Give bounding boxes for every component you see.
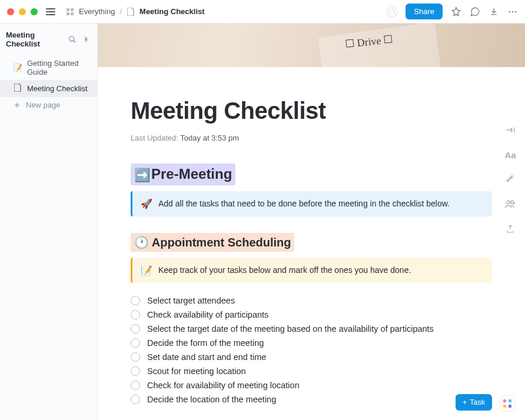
document-icon: [13, 84, 22, 94]
checklist-item-label: Check availability of participants: [147, 310, 268, 319]
svg-rect-12: [503, 405, 506, 408]
callout-text: Keep track of your tasks below and mark …: [158, 265, 411, 275]
collapse-sidebar-icon[interactable]: [82, 35, 91, 44]
target-icon[interactable]: [387, 6, 397, 17]
checkbox-icon[interactable]: [131, 352, 140, 362]
sidebar-item-meeting-checklist[interactable]: Meeting Checklist: [0, 80, 97, 97]
checklist-item-label: Decide the form of the meeting: [147, 338, 264, 348]
checklist-item[interactable]: Check availability of participants: [131, 310, 492, 319]
svg-rect-11: [509, 399, 511, 402]
svg-point-6: [515, 11, 517, 12]
svg-rect-3: [71, 12, 74, 15]
star-icon[interactable]: [451, 6, 461, 17]
svg-rect-1: [71, 8, 74, 11]
app-launcher-icon[interactable]: [499, 395, 516, 412]
svg-point-7: [69, 36, 74, 41]
last-updated-value: Today at 3:53 pm: [180, 134, 239, 142]
callout-text: Add all the tasks that need to be done b…: [158, 199, 450, 208]
checklist-item[interactable]: Scout for meeting location: [131, 366, 492, 376]
scheduling-callout[interactable]: 📝 Keep track of your tasks below and mar…: [131, 258, 492, 283]
checkbox-icon[interactable]: [131, 338, 140, 348]
magic-wand-icon[interactable]: [504, 173, 517, 186]
scheduling-section: 🕐 Appointment Scheduling 📝 Keep track of…: [131, 233, 492, 404]
page-title[interactable]: Meeting Checklist: [131, 98, 492, 124]
more-icon[interactable]: [507, 6, 518, 17]
svg-rect-0: [67, 8, 69, 11]
checklist-item[interactable]: Select target attendees: [131, 296, 492, 305]
checklist-item[interactable]: Check for availability of meeting locati…: [131, 381, 492, 390]
sidebar-title: Meeting Checklist: [6, 31, 63, 48]
checkbox-icon[interactable]: [131, 296, 140, 305]
breadcrumb-separator: /: [119, 7, 122, 16]
maximize-window-icon[interactable]: [31, 8, 38, 15]
memo-icon: 📝: [141, 265, 152, 276]
menu-toggle-icon[interactable]: [46, 7, 55, 16]
new-page-label: New page: [26, 101, 61, 109]
checkbox-icon[interactable]: [131, 381, 140, 390]
checklist-item[interactable]: Set date and start and end time: [131, 352, 492, 362]
share-button[interactable]: Share: [406, 4, 443, 19]
people-icon[interactable]: [504, 198, 517, 211]
breadcrumb: Everything / Meeting Checklist: [66, 7, 205, 16]
export-icon[interactable]: [504, 222, 517, 235]
checklist-item-label: Set date and start and end time: [147, 352, 266, 362]
expand-icon[interactable]: [504, 124, 517, 136]
plus-icon: +: [13, 101, 21, 109]
checklist-item[interactable]: Select the target date of the meeting ba…: [131, 324, 492, 334]
svg-point-4: [509, 11, 510, 12]
svg-rect-13: [509, 405, 511, 408]
breadcrumb-root[interactable]: Everything: [79, 7, 115, 16]
search-icon[interactable]: [68, 35, 77, 44]
breadcrumb-current[interactable]: Meeting Checklist: [139, 7, 205, 16]
pre-meeting-heading[interactable]: ➡️Pre-Meeting: [131, 164, 235, 185]
sidebar-item-label: Getting Started Guide: [27, 59, 91, 76]
font-icon[interactable]: Aa: [504, 148, 517, 161]
checkbox-icon[interactable]: [131, 366, 140, 376]
sidebar-item-label: Meeting Checklist: [27, 84, 88, 93]
memo-icon: 📝: [13, 64, 22, 72]
checklist-item[interactable]: Decide the location of the meeting: [131, 395, 492, 404]
svg-point-9: [511, 201, 514, 204]
sidebar-item-getting-started[interactable]: 📝 Getting Started Guide: [0, 55, 97, 80]
window-controls: [7, 8, 38, 15]
new-page-button[interactable]: + New page: [0, 97, 97, 113]
pre-meeting-callout[interactable]: 🚀 Add all the tasks that need to be done…: [131, 191, 492, 216]
scheduling-heading[interactable]: 🕐 Appointment Scheduling: [131, 233, 294, 252]
checklist-item[interactable]: Decide the form of the meeting: [131, 338, 492, 348]
checklist-item-label: Decide the location of the meeting: [147, 395, 276, 404]
checklist-item-label: Check for availability of meeting locati…: [147, 381, 300, 390]
checklist-item-label: Select target attendees: [147, 296, 235, 305]
last-updated: Last Updated: Today at 3:53 pm: [131, 134, 492, 142]
arrow-right-icon: ➡️: [134, 168, 150, 182]
titlebar: Everything / Meeting Checklist Share: [0, 0, 525, 24]
clock-icon: 🕐: [134, 236, 149, 249]
checkbox-icon[interactable]: [131, 324, 140, 334]
grid-icon: [66, 8, 74, 16]
pre-meeting-section: ➡️Pre-Meeting 🚀 Add all the tasks that n…: [131, 164, 492, 216]
svg-rect-10: [503, 399, 506, 402]
svg-point-5: [512, 11, 514, 12]
svg-point-8: [507, 201, 510, 204]
right-rail: Aa: [504, 124, 517, 235]
sidebar: Meeting Checklist 📝 Getting Started Guid…: [0, 24, 98, 420]
checkbox-icon[interactable]: [131, 395, 140, 404]
comment-icon[interactable]: [470, 6, 480, 17]
download-icon[interactable]: [489, 6, 499, 17]
rocket-icon: 🚀: [141, 198, 152, 209]
document-icon: [127, 8, 135, 16]
svg-rect-2: [67, 12, 69, 15]
checklist-item-label: Scout for meeting location: [147, 366, 246, 376]
cover-image[interactable]: [98, 24, 525, 67]
plus-icon: +: [463, 398, 467, 406]
minimize-window-icon[interactable]: [19, 8, 26, 15]
checklist-item-label: Select the target date of the meeting ba…: [147, 324, 434, 334]
close-window-icon[interactable]: [7, 8, 14, 15]
main-content: Meeting Checklist Last Updated: Today at…: [98, 24, 525, 420]
task-button[interactable]: + Task: [456, 394, 492, 411]
checkbox-icon[interactable]: [131, 310, 140, 319]
checklist: Select target attendeesCheck availabilit…: [131, 296, 492, 404]
